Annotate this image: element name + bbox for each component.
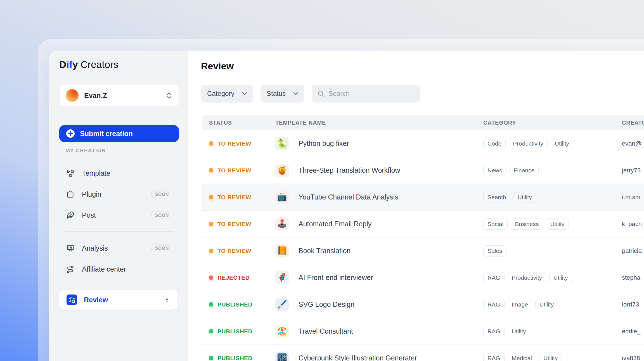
creator-email: jerry73 xyxy=(622,167,641,174)
status-cell: PUBLISHED xyxy=(209,328,275,335)
table-row[interactable]: PUBLISHED 🌃 Cyberpunk Style Illustration… xyxy=(202,345,644,361)
table-row[interactable]: REJECTED 🦸 AI Front-end interviewer RAGP… xyxy=(202,264,644,291)
category-tag: Utility xyxy=(546,218,569,230)
template-name-cell: 🍯 Three-Step Translation Workflow xyxy=(275,164,483,177)
category-tag: Image xyxy=(508,299,532,310)
creator-email: iva838 xyxy=(622,355,640,361)
table-row[interactable]: TO REVIEW 🍯 Three-Step Translation Workf… xyxy=(202,157,644,184)
puzzle-icon xyxy=(66,190,75,199)
status-cell: TO REVIEW xyxy=(209,248,275,254)
category-tag: Social xyxy=(483,218,508,230)
template-emoji: 🐍 xyxy=(277,139,287,148)
logo-text-if: if xyxy=(66,59,72,70)
category-cell: CodeProductivityUtility xyxy=(483,138,622,149)
sidebar-item-template[interactable]: Template xyxy=(49,163,188,184)
table-row[interactable]: PUBLISHED 🏖️ Travel Consultant RAGUtilit… xyxy=(202,318,644,345)
creator-email: patricia xyxy=(622,247,642,254)
status-label: TO REVIEW xyxy=(217,194,251,201)
sidebar-item-plugin[interactable]: Plugin SOON xyxy=(49,184,188,205)
status-filter-label: Status xyxy=(267,90,286,98)
template-emoji: 🖌️ xyxy=(277,300,287,308)
category-tag: Productivity xyxy=(509,138,548,149)
status-dot xyxy=(209,302,213,307)
template-emoji: 📺 xyxy=(277,193,287,201)
my-creation-section-label: MY CREATION xyxy=(65,148,106,154)
submit-creation-button[interactable]: Submit creation xyxy=(59,125,179,142)
status-cell: PUBLISHED xyxy=(209,355,275,361)
template-emoji: 🦸 xyxy=(277,274,287,282)
table-row[interactable]: TO REVIEW 📙 Book Translation Sales patri… xyxy=(202,238,644,264)
status-cell: PUBLISHED xyxy=(209,301,275,308)
template-emoji: 🕹️ xyxy=(277,220,287,228)
table-row[interactable]: PUBLISHED 🖌️ SVG Logo Design RAGImageUti… xyxy=(202,291,644,318)
template-icon-box: 🖌️ xyxy=(275,298,289,311)
sidebar-item-review[interactable]: Review 5 xyxy=(59,290,177,310)
status-label: TO REVIEW xyxy=(217,140,251,147)
sidebar-item-analysis[interactable]: Analysis SOON xyxy=(49,238,188,259)
template-name-cell: 🕹️ Automated Email Reply xyxy=(275,217,483,231)
feather-icon xyxy=(66,211,75,220)
template-name-cell: 📺 YouTube Channel Data Analysis xyxy=(275,191,483,204)
creator-cell: k_pach xyxy=(622,220,644,228)
template-icon-box: 🦸 xyxy=(275,271,289,284)
template-name: Travel Consultant xyxy=(299,327,353,335)
template-icon-box: 🍯 xyxy=(275,164,289,177)
status-filter-dropdown[interactable]: Status xyxy=(261,85,304,103)
template-name: YouTube Channel Data Analysis xyxy=(299,193,398,201)
category-tag: Medical xyxy=(508,353,536,361)
sidebar-item-affiliate-center[interactable]: Affiliate center xyxy=(49,259,188,280)
soon-badge: SOON xyxy=(151,191,172,198)
category-cell: Sales xyxy=(483,245,622,256)
soon-badge: SOON xyxy=(151,244,172,252)
status-label: PUBLISHED xyxy=(217,328,252,335)
logo-text-y: y xyxy=(72,59,78,70)
category-tag: Utility xyxy=(535,299,558,310)
category-tag: Search xyxy=(483,192,510,203)
sidebar-divider xyxy=(65,284,173,284)
chevron-updown-icon xyxy=(166,91,172,100)
creator-cell: eddie_ xyxy=(622,328,644,335)
review-count-badge: 5 xyxy=(163,296,171,304)
creator-email: stepha xyxy=(622,274,640,281)
presentation-chart-icon xyxy=(66,244,75,253)
template-emoji: 📙 xyxy=(277,247,287,255)
category-tag: Code xyxy=(483,138,506,149)
logo-text-d: D xyxy=(59,59,66,70)
table-row[interactable]: TO REVIEW 🐍 Python bug fixer CodeProduct… xyxy=(202,130,644,157)
template-icon-box: 🕹️ xyxy=(275,217,289,231)
status-label: TO REVIEW xyxy=(217,248,251,254)
table-row[interactable]: TO REVIEW 🕹️ Automated Email Reply Socia… xyxy=(202,211,644,238)
category-cell: RAGImageUtility xyxy=(483,299,622,310)
table-row[interactable]: TO REVIEW 📺 YouTube Channel Data Analysi… xyxy=(202,184,644,211)
main-content: Review Category Status xyxy=(188,51,644,361)
category-tag: RAG xyxy=(483,353,505,361)
sidebar-item-post[interactable]: Post SOON xyxy=(49,205,188,226)
status-dot xyxy=(209,276,213,280)
template-name: SVG Logo Design xyxy=(299,300,354,308)
creator-cell: evan@ xyxy=(622,140,644,147)
app-window: DifyCreators Evan.Z Submit creation MY C… xyxy=(49,51,644,361)
creator-cell: lorri73 xyxy=(622,301,644,308)
category-tag: Utility xyxy=(513,192,536,203)
submit-creation-label: Submit creation xyxy=(80,130,133,138)
sidebar-item-label: Review xyxy=(84,296,108,304)
user-switcher[interactable]: Evan.Z xyxy=(59,85,179,106)
category-filter-dropdown[interactable]: Category xyxy=(201,85,253,103)
user-name: Evan.Z xyxy=(84,92,107,100)
template-name: Cyberpunk Style Illustration Generater xyxy=(299,354,417,361)
sidebar-nav-primary: Template Plugin SOON Post SOON xyxy=(49,163,188,226)
template-name: Python bug fixer xyxy=(299,139,349,148)
category-filter-label: Category xyxy=(207,90,234,98)
template-emoji: 🏖️ xyxy=(277,327,287,335)
category-cell: NewsFinance xyxy=(483,165,622,176)
status-cell: TO REVIEW xyxy=(209,140,275,147)
chevron-down-icon xyxy=(293,92,298,95)
category-tag: Utility xyxy=(508,326,530,337)
category-tag: Utility xyxy=(551,138,573,149)
search-input[interactable] xyxy=(328,90,415,98)
status-label: REJECTED xyxy=(217,274,250,281)
search-box xyxy=(312,85,420,103)
template-icon-box: 🐍 xyxy=(275,137,289,150)
column-header-template-name: TEMPLATE NAME xyxy=(275,120,483,126)
category-tag: RAG xyxy=(483,299,505,310)
